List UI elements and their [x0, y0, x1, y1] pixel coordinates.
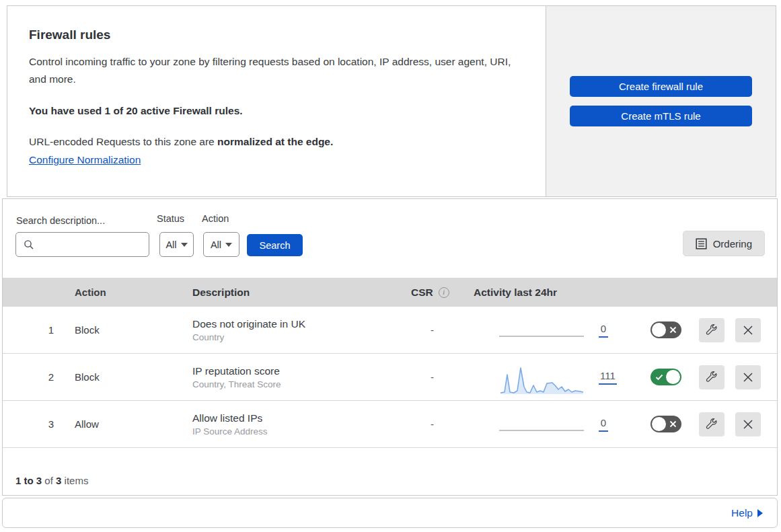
- rule-description: Allow listed IPs: [192, 412, 393, 424]
- toggle-knob: [652, 417, 666, 431]
- help-link[interactable]: Help: [731, 507, 763, 519]
- rule-fields: Country, Threat Score: [192, 379, 393, 389]
- toggle-knob: [652, 323, 666, 337]
- column-csr: CSR i: [393, 287, 467, 299]
- activity-sparkline-flat: [499, 430, 584, 431]
- pagination-range: 1 to 3: [15, 475, 42, 486]
- rule-csr: -: [393, 324, 467, 336]
- page-title: Firewall rules: [29, 28, 524, 42]
- search-label: Search description...: [16, 215, 105, 226]
- csr-header-label: CSR: [411, 287, 433, 299]
- table-row: 2 Block IP reputation score Country, Thr…: [3, 354, 777, 401]
- x-icon: [669, 326, 677, 334]
- edit-rule-button[interactable]: [699, 318, 724, 342]
- rule-csr: -: [393, 418, 467, 430]
- close-icon: [743, 325, 753, 336]
- rule-fields: IP Source Address: [192, 426, 393, 436]
- chevron-down-icon: [225, 243, 232, 247]
- x-icon: [669, 420, 677, 428]
- rule-csr: -: [393, 371, 467, 383]
- rule-enabled-toggle[interactable]: [650, 321, 681, 338]
- rule-enabled-toggle[interactable]: [650, 416, 681, 432]
- status-value: All: [165, 239, 176, 250]
- rule-description: Does not originate in UK: [192, 318, 393, 330]
- rule-action: Allow: [62, 418, 178, 430]
- search-button[interactable]: Search: [247, 234, 303, 256]
- rule-fields: Country: [192, 332, 393, 342]
- column-action: Action: [62, 287, 178, 298]
- pagination-summary: 1 to 3 of 3 items: [15, 475, 88, 486]
- activity-sparkline: [499, 365, 584, 395]
- create-firewall-rule-button[interactable]: Create firewall rule: [570, 76, 752, 97]
- edit-rule-button[interactable]: [699, 365, 724, 389]
- ordering-button[interactable]: Ordering: [683, 231, 765, 256]
- normalization-bold: normalized at the edge.: [217, 136, 333, 147]
- delete-rule-button[interactable]: [735, 318, 761, 342]
- help-label: Help: [731, 507, 753, 519]
- rule-enabled-toggle[interactable]: [650, 369, 681, 385]
- usage-summary: You have used 1 of 20 active Firewall ru…: [29, 105, 524, 117]
- create-mtls-rule-button[interactable]: Create mTLS rule: [570, 106, 752, 126]
- normalization-text: URL-encoded Requests to this zone are: [29, 136, 217, 147]
- rule-description: IP reputation score: [192, 365, 393, 377]
- firewall-rules-page: Firewall rules Control incoming traffic …: [0, 0, 781, 532]
- rule-priority: 3: [3, 418, 62, 430]
- search-input[interactable]: [40, 239, 161, 250]
- rule-activity-cell: 0: [467, 323, 628, 338]
- pagination-items: items: [65, 475, 89, 486]
- action-select[interactable]: All: [203, 232, 239, 257]
- column-activity: Activity last 24hr: [467, 287, 628, 299]
- arrow-right-icon: [757, 509, 763, 517]
- search-icon: [24, 239, 34, 250]
- list-icon: [696, 238, 707, 250]
- action-label: Action: [202, 213, 229, 224]
- rule-description-cell: Allow listed IPs IP Source Address: [178, 412, 393, 436]
- rule-action: Block: [62, 324, 178, 336]
- info-icon[interactable]: i: [439, 287, 449, 298]
- pagination-of: of: [44, 475, 53, 486]
- close-icon: [743, 419, 753, 430]
- rules-card: Search description... Status All Action …: [2, 198, 778, 496]
- configure-normalization-link[interactable]: Configure Normalization: [29, 154, 141, 166]
- rule-action: Block: [62, 371, 178, 383]
- rule-description-cell: IP reputation score Country, Threat Scor…: [178, 365, 393, 389]
- rule-priority: 1: [3, 324, 62, 336]
- rule-description-cell: Does not originate in UK Country: [178, 318, 393, 342]
- check-icon: [655, 374, 663, 381]
- status-select[interactable]: All: [159, 232, 194, 257]
- intro-card: Firewall rules Control incoming traffic …: [7, 5, 546, 197]
- rules-table: Action Description CSR i Activity last 2…: [3, 278, 777, 448]
- delete-rule-button[interactable]: [735, 412, 761, 436]
- table-row: 1 Block Does not originate in UK Country…: [3, 307, 777, 354]
- actions-panel: Create firewall rule Create mTLS rule: [546, 5, 776, 197]
- status-label: Status: [157, 213, 184, 224]
- rule-controls: [628, 412, 777, 436]
- edit-rule-button[interactable]: [699, 412, 724, 436]
- page-description: Control incoming traffic to your zone by…: [29, 53, 524, 87]
- rule-controls: [628, 318, 777, 342]
- activity-count-link[interactable]: 0: [599, 323, 608, 338]
- rule-controls: [628, 365, 777, 389]
- close-icon: [743, 372, 753, 383]
- activity-count-link[interactable]: 0: [599, 417, 608, 432]
- rule-priority: 2: [3, 371, 62, 383]
- activity-sparkline-flat: [499, 336, 584, 337]
- ordering-label: Ordering: [713, 238, 752, 250]
- delete-rule-button[interactable]: [735, 365, 761, 389]
- action-value: All: [211, 239, 221, 250]
- help-bar: Help: [2, 498, 778, 528]
- wrench-icon: [706, 371, 718, 383]
- wrench-icon: [706, 418, 718, 430]
- activity-count-link[interactable]: 111: [599, 370, 617, 385]
- table-row: 3 Allow Allow listed IPs IP Source Addre…: [3, 401, 777, 448]
- toggle-knob: [666, 370, 680, 384]
- column-description: Description: [178, 287, 393, 299]
- wrench-icon: [706, 324, 718, 336]
- table-header-row: Action Description CSR i Activity last 2…: [3, 278, 777, 307]
- rule-activity-cell: 111: [467, 362, 628, 393]
- search-input-wrapper[interactable]: [15, 232, 149, 257]
- rule-activity-cell: 0: [467, 417, 628, 432]
- chevron-down-icon: [181, 243, 188, 247]
- normalization-note: URL-encoded Requests to this zone are no…: [29, 136, 524, 148]
- pagination-total: 3: [56, 475, 61, 486]
